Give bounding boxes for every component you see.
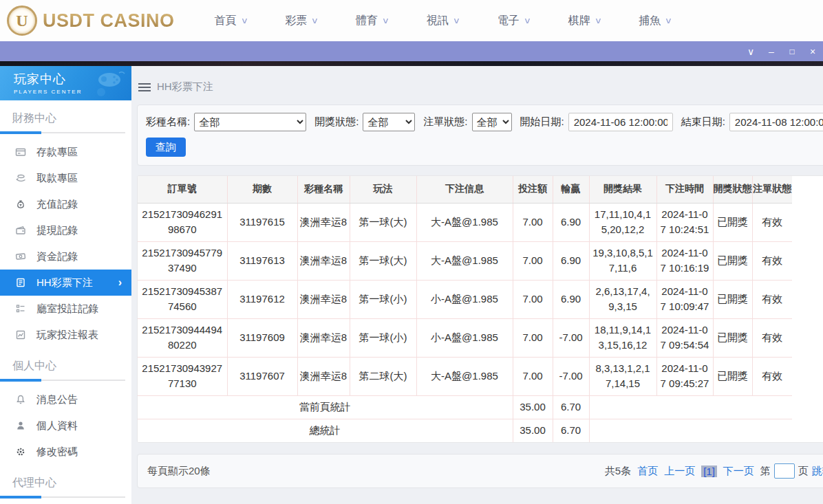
nav-item-lottery[interactable]: 彩票 ∨ xyxy=(285,14,318,28)
sidebar-item-label: 玩家投注報表 xyxy=(36,329,98,342)
current-page[interactable]: [1] xyxy=(701,465,717,477)
sidebar-item-announcements[interactable]: 消息公告 xyxy=(0,386,131,413)
cell-win-loss: 6.90 xyxy=(553,241,589,280)
window-chevron-icon[interactable]: ∨ xyxy=(740,46,761,57)
next-page-link[interactable]: 下一页 xyxy=(723,465,754,478)
cell-win-loss: -7.00 xyxy=(553,357,589,395)
cell-amount: 7.00 xyxy=(513,203,553,241)
sidebar-item-player-bet-report[interactable]: 玩家投注報表 xyxy=(0,322,131,348)
cell-bet-time: 2024-11-07 10:09:47 xyxy=(656,280,713,318)
cell-lottery: 澳洲幸运8 xyxy=(297,241,350,280)
chevron-down-icon: ∨ xyxy=(382,16,389,25)
sidebar-item-deposit[interactable]: 存款專區 xyxy=(0,139,131,165)
sidebar-item-profile[interactable]: 個人資料 xyxy=(0,413,131,439)
cell-amount: 7.00 xyxy=(513,318,553,357)
order-status-label: 注單狀態: xyxy=(423,116,467,129)
cell-order-id: 2152173094629198670 xyxy=(138,203,227,241)
cell-bet-time: 2024-11-07 10:24:51 xyxy=(656,203,713,241)
page-total-empty xyxy=(589,395,792,419)
nav-item-fishing[interactable]: 捕魚 ∨ xyxy=(639,14,672,28)
jump-link[interactable]: 跳转 xyxy=(812,465,823,478)
sidebar-item-label: 取款專區 xyxy=(36,172,78,185)
grand-total-empty xyxy=(589,419,792,442)
table-row: 2152173094538774560 31197612 澳洲幸运8 第一球(小… xyxy=(138,280,792,318)
window-minimize-icon[interactable]: – xyxy=(761,46,782,57)
nav-item-chess[interactable]: 棋牌 ∨ xyxy=(568,14,601,28)
cell-lottery: 澳洲幸运8 xyxy=(297,203,350,241)
cell-result: 8,3,13,1,2,17,14,15 xyxy=(589,357,656,395)
cell-play: 第一球(小) xyxy=(350,318,416,357)
cell-bet-info: 小-A盤@1.985 xyxy=(416,280,513,318)
logo-text: USDT CASINO xyxy=(43,10,175,32)
sidebar-item-withdrawal-record[interactable]: 提現記錄 xyxy=(0,217,131,243)
cell-period: 31197607 xyxy=(227,357,297,395)
cell-amount: 7.00 xyxy=(513,241,553,280)
cell-bet-info: 大-A盤@1.985 xyxy=(416,241,513,280)
order-status-select[interactable]: 全部 xyxy=(472,113,512,131)
per-page-text: 每頁顯示20條 xyxy=(147,465,211,478)
sidebar-item-change-password[interactable]: 修改密碼 xyxy=(0,439,131,465)
top-header: U USDT CASINO 首頁 ∨ 彩票 ∨ 體育 ∨ 視訊 ∨ 電子 ∨ 棋… xyxy=(0,0,823,41)
gear-icon xyxy=(15,446,26,457)
start-date-input[interactable] xyxy=(568,113,673,131)
sidebar-item-hh-lottery-bets[interactable]: HH彩票下注 › xyxy=(0,270,131,296)
section-title-agent: 代理中心 xyxy=(0,476,131,490)
grand-total-win: 6.70 xyxy=(553,419,589,442)
cell-order-status: 有效 xyxy=(752,203,792,241)
table-header-row: 訂單號 期數 彩種名稱 玩法 下注信息 投注額 輸贏 開獎結果 下注時間 開獎狀… xyxy=(138,176,792,203)
chevron-down-icon: ∨ xyxy=(665,16,672,25)
cell-order-status: 有效 xyxy=(752,280,792,318)
menu-toggle-icon[interactable] xyxy=(138,83,151,91)
cell-win-loss: -7.00 xyxy=(553,318,589,357)
sidebar-item-label: 提現記錄 xyxy=(36,224,78,237)
cell-bet-time: 2024-11-07 10:16:19 xyxy=(656,241,713,280)
window-close-icon[interactable]: × xyxy=(802,46,823,57)
start-date-label: 開始日期: xyxy=(520,116,564,129)
sidebar-item-withdraw[interactable]: 取款專區 xyxy=(0,165,131,191)
cell-bet-time: 2024-11-07 09:45:27 xyxy=(656,357,713,395)
sidebar-item-funds-record[interactable]: 資金記錄 xyxy=(0,243,131,270)
cell-play: 第一球(大) xyxy=(350,241,416,280)
search-button[interactable]: 查詢 xyxy=(146,138,186,157)
col-win-loss: 輸贏 xyxy=(553,176,589,203)
nav-item-electronic[interactable]: 電子 ∨ xyxy=(498,14,531,28)
col-play: 玩法 xyxy=(350,176,416,203)
col-period: 期數 xyxy=(227,176,297,203)
page-title: HH彩票下注 xyxy=(157,80,213,94)
document-list-icon xyxy=(15,277,26,288)
sidebar-item-label: HH彩票下注 xyxy=(36,276,93,289)
nav-label: 體育 xyxy=(356,14,378,28)
nav-item-video[interactable]: 視訊 ∨ xyxy=(427,14,460,28)
first-page-link[interactable]: 首页 xyxy=(637,465,658,478)
section-title-personal: 個人中心 xyxy=(0,359,131,373)
cell-draw-status: 已開獎 xyxy=(713,203,752,241)
end-date-input[interactable] xyxy=(729,113,823,131)
sidebar-item-recharge-record[interactable]: 充值記錄 xyxy=(0,191,131,217)
players-center-header: 玩家中心 PLAYERS CENTER xyxy=(0,66,131,100)
draw-status-select[interactable]: 全部 xyxy=(363,113,415,131)
table-row: 2152173094629198670 31197615 澳洲幸运8 第一球(大… xyxy=(138,203,792,241)
draw-status-label: 開獎狀態: xyxy=(314,116,359,129)
nav-item-sports[interactable]: 體育 ∨ xyxy=(356,14,389,28)
cell-result: 2,6,13,17,4,9,3,15 xyxy=(589,280,656,318)
cell-order-id: 2152173094392777130 xyxy=(138,357,227,395)
section-rule xyxy=(0,132,125,133)
nav-item-home[interactable]: 首頁 ∨ xyxy=(215,14,248,28)
cell-play: 第二球(大) xyxy=(350,357,416,395)
bets-table: 訂單號 期數 彩種名稱 玩法 下注信息 投注額 輸贏 開獎結果 下注時間 開獎狀… xyxy=(138,176,792,442)
window-maximize-icon[interactable]: □ xyxy=(782,47,802,56)
bell-icon xyxy=(15,394,26,405)
gamepad-icon xyxy=(89,70,126,98)
cell-order-status: 有效 xyxy=(752,318,792,357)
end-date-label: 結束日期: xyxy=(681,116,725,129)
withdraw-hand-icon xyxy=(15,173,26,184)
logo[interactable]: U USDT CASINO xyxy=(7,6,175,36)
prev-page-link[interactable]: 上一页 xyxy=(664,465,695,478)
total-count: 共5条 xyxy=(605,465,631,478)
page-jump-input[interactable] xyxy=(774,463,795,479)
sidebar-item-label: 存款專區 xyxy=(36,146,78,159)
sidebar-item-room-bet-record[interactable]: 廳室投註記錄 xyxy=(0,296,131,322)
col-result: 開獎結果 xyxy=(589,176,656,203)
lottery-name-select[interactable]: 全部 xyxy=(194,113,306,131)
chevron-down-icon: ∨ xyxy=(453,16,460,25)
